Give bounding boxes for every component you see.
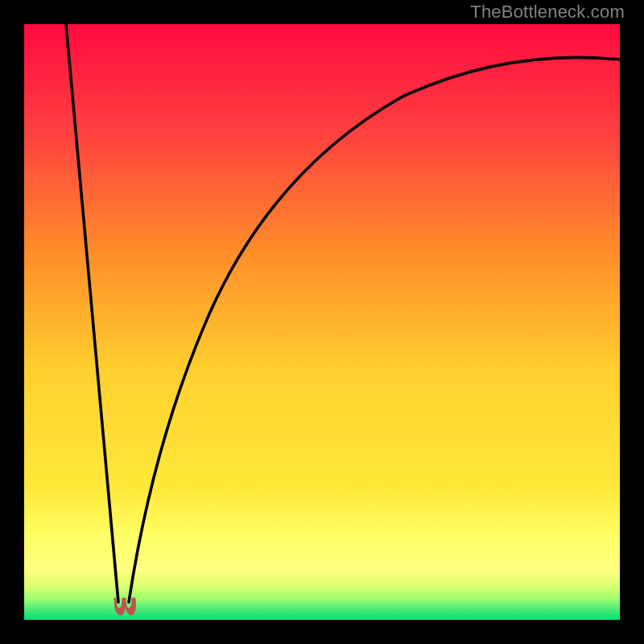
curve-layer — [24, 24, 620, 620]
plot-area — [24, 24, 620, 620]
curve-right-branch — [129, 57, 620, 602]
curve-left-branch — [66, 24, 118, 602]
watermark-text: TheBottleneck.com — [470, 2, 625, 23]
chart-frame: TheBottleneck.com — [0, 0, 644, 644]
